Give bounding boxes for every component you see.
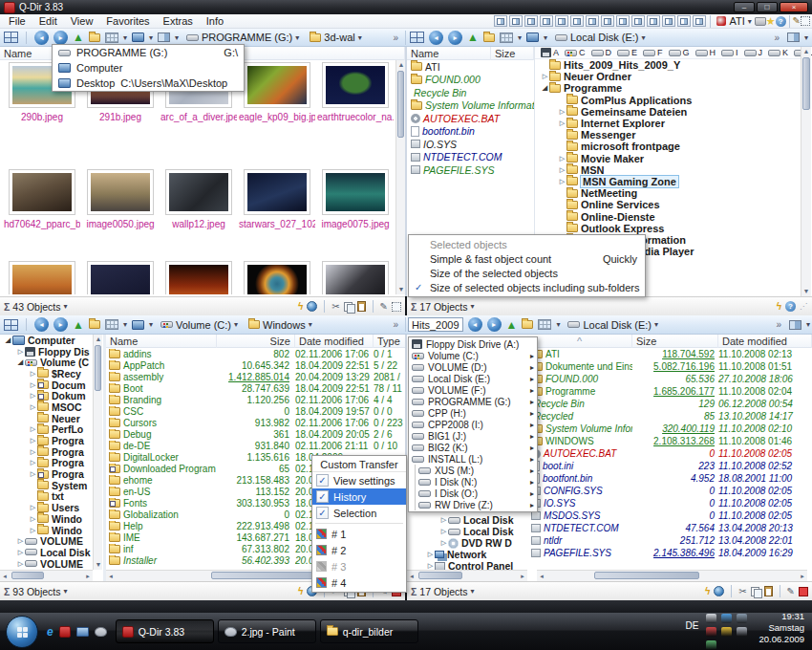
- drive-menu-item[interactable]: RW Drive (Z:)▸: [415, 499, 537, 510]
- file-row[interactable]: Recycle Bin12906.12.2008 00:54: [527, 398, 812, 410]
- pane-select-icon[interactable]: [158, 32, 170, 42]
- location-menu-item[interactable]: Computer: [53, 60, 244, 76]
- tray-calendar-icon[interactable]: [706, 614, 716, 623]
- transfer-option-history[interactable]: ✓History: [312, 488, 406, 505]
- thumbnail-item[interactable]: [4, 261, 80, 294]
- tree-item[interactable]: Online-Dienste: [535, 210, 801, 222]
- menu-item-view[interactable]: View: [64, 14, 100, 29]
- fullscreen-icon[interactable]: [132, 320, 144, 330]
- tree-item[interactable]: ◢Programme: [535, 82, 801, 94]
- tl-vertical-scrollbar[interactable]: ▲ ▼: [395, 60, 405, 294]
- drive-tab-A[interactable]: A: [539, 48, 561, 57]
- copy-icon[interactable]: [751, 587, 760, 596]
- lightning-icon[interactable]: ϟ: [298, 302, 303, 312]
- tree-item[interactable]: ▷Gemeinsame Dateien: [535, 106, 801, 118]
- collapsed-arrow-icon[interactable]: ▷: [29, 392, 37, 400]
- toolbar-chevron[interactable]: »: [771, 32, 782, 43]
- tree-item[interactable]: microsoft frontpage: [535, 141, 801, 152]
- thumbnail-item[interactable]: image0050.jpeg: [82, 169, 159, 229]
- drive-menu-item[interactable]: Volume (C:)▸: [409, 350, 537, 361]
- transfer-preset[interactable]: # 2: [312, 542, 406, 558]
- collapsed-arrow-icon[interactable]: ▷: [439, 539, 448, 547]
- tree-item[interactable]: txt: [0, 491, 103, 503]
- maximize-button[interactable]: □: [757, 2, 778, 12]
- file-row[interactable]: bootfont.bin: [407, 125, 534, 139]
- menu-item-file[interactable]: File: [2, 14, 32, 29]
- up-folder-icon[interactable]: ▲: [73, 318, 84, 332]
- collapsed-arrow-icon[interactable]: ▷: [541, 73, 549, 80]
- explorer-icon[interactable]: [714, 586, 724, 596]
- toolbar-chevron[interactable]: »: [390, 319, 401, 330]
- layout-preset-button[interactable]: [616, 15, 630, 27]
- tree-item[interactable]: ▷Users: [0, 502, 103, 513]
- rename-icon[interactable]: ✎: [787, 587, 795, 596]
- tree-item[interactable]: ▷Local Disk: [407, 514, 537, 526]
- transfer-option-view-settings[interactable]: ✓View settings: [312, 472, 406, 488]
- quad-view-icon[interactable]: [4, 319, 18, 331]
- tree-item[interactable]: ▷DVD RW D: [407, 537, 537, 549]
- collapsed-arrow-icon[interactable]: ▷: [439, 528, 448, 535]
- start-button[interactable]: [6, 616, 38, 648]
- collapsed-arrow-icon[interactable]: ▷: [29, 425, 37, 433]
- magic-wand-icon[interactable]: ✎: [793, 16, 801, 26]
- toolbar-chevron[interactable]: »: [773, 319, 784, 330]
- open-folder-icon[interactable]: [89, 33, 100, 42]
- file-row[interactable]: NTDETECT.COM47.56413.04.2008 20:13: [527, 522, 812, 534]
- layout-preset-button[interactable]: [631, 15, 645, 27]
- layout-preset-button[interactable]: [601, 15, 614, 27]
- explorer-icon[interactable]: [307, 301, 317, 312]
- layout-preset-button[interactable]: [509, 15, 523, 27]
- cut-icon[interactable]: ✂: [738, 587, 746, 596]
- collapsed-arrow-icon[interactable]: ▷: [16, 549, 25, 556]
- view-mode-icon[interactable]: [105, 319, 118, 330]
- file-row[interactable]: assembly1.412.885.01420.04.2009 13:29208…: [106, 371, 406, 382]
- view-mode-icon[interactable]: [105, 32, 118, 43]
- file-row[interactable]: FOUND.00065.53627.10.2008 18:06: [527, 373, 812, 385]
- thumbnail-item[interactable]: [317, 261, 394, 294]
- br-drive-combo[interactable]: Local Disk (E:)▾: [565, 319, 661, 331]
- drive-tab-E[interactable]: E: [615, 48, 639, 57]
- layout-preset-button[interactable]: [555, 15, 568, 27]
- paste-icon[interactable]: [764, 586, 773, 596]
- thumbnail-item[interactable]: eagle_kp09_big.jp...: [239, 62, 315, 122]
- collapsed-arrow-icon[interactable]: ▷: [29, 515, 37, 523]
- layout-preset-button[interactable]: [570, 15, 584, 27]
- tree-item[interactable]: ▷Local Disk: [0, 547, 103, 558]
- thumbnail-item[interactable]: starwars_027_1024....: [239, 169, 315, 229]
- drive-menu-item[interactable]: BIG1 (J:)▸: [409, 430, 537, 442]
- favorites-star-icon[interactable]: ★: [766, 16, 776, 27]
- bl-drive-combo[interactable]: Volume (C:)▾: [158, 319, 241, 331]
- up-folder-icon[interactable]: ▲: [467, 31, 479, 44]
- file-row[interactable]: IO.SYS: [407, 138, 534, 151]
- open-folder-icon[interactable]: [522, 320, 533, 329]
- drive-menu-item[interactable]: CPP (H:)▸: [409, 407, 537, 419]
- collapsed-arrow-icon[interactable]: ▷: [426, 551, 435, 558]
- thumbnail-item[interactable]: [239, 261, 315, 294]
- layout-preset-button[interactable]: [677, 15, 691, 27]
- pane-select-icon[interactable]: [787, 32, 800, 42]
- tray-messenger-icon[interactable]: [721, 627, 732, 637]
- file-row[interactable]: IO.SYS011.10.2008 02:05: [527, 497, 812, 509]
- collapsed-arrow-icon[interactable]: ▷: [558, 166, 566, 174]
- file-row[interactable]: PAGEFILE.SYS2.145.386.49618.04.2009 16:2…: [527, 547, 812, 559]
- copy-icon[interactable]: [344, 302, 353, 312]
- lightning-icon[interactable]: ϟ: [705, 587, 710, 596]
- transfer-preset[interactable]: # 4: [312, 574, 406, 591]
- collapsed-arrow-icon[interactable]: ▷: [29, 381, 37, 389]
- lightning-icon[interactable]: ϟ: [777, 302, 781, 312]
- drive-tab-I[interactable]: I: [719, 48, 740, 57]
- expanded-arrow-icon[interactable]: ◢: [4, 336, 12, 344]
- br-list-hscroll[interactable]: ◂ ▸: [537, 570, 807, 581]
- collapsed-arrow-icon[interactable]: ▷: [558, 108, 566, 116]
- ati-menu[interactable]: ATI▾: [714, 15, 754, 27]
- lightning-icon[interactable]: ϟ: [298, 587, 303, 596]
- forward-button[interactable]: ▸: [487, 317, 502, 332]
- tree-item[interactable]: ▷VOLUME: [0, 558, 103, 570]
- collapsed-arrow-icon[interactable]: ▷: [29, 403, 37, 411]
- menu-item-edit[interactable]: Edit: [32, 14, 64, 29]
- collapsed-arrow-icon[interactable]: ▷: [426, 562, 435, 570]
- drive-menu-item[interactable]: Local Disk (E:)▸: [409, 373, 537, 384]
- resize-grip[interactable]: ⋰: [800, 302, 808, 311]
- tree-item[interactable]: ▷Progra: [0, 446, 103, 458]
- file-row[interactable]: Debug36118.04.2009 20:052 / 6: [106, 428, 406, 440]
